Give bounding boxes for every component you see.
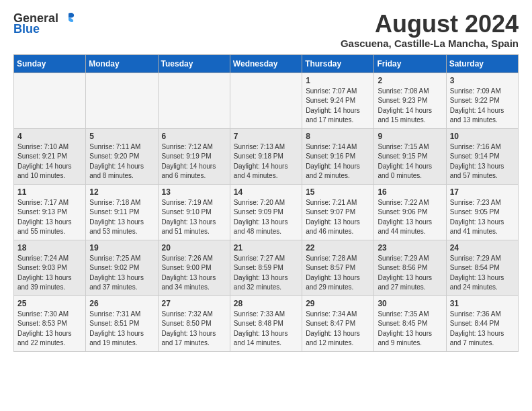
calendar-cell: 23Sunrise: 7:29 AM Sunset: 8:56 PM Dayli… xyxy=(374,240,446,295)
calendar-cell: 31Sunrise: 7:36 AM Sunset: 8:44 PM Dayli… xyxy=(446,295,518,351)
calendar-cell: 16Sunrise: 7:22 AM Sunset: 9:06 PM Dayli… xyxy=(374,184,446,240)
day-number: 31 xyxy=(450,299,515,308)
day-number: 4 xyxy=(17,132,82,141)
day-info: Sunrise: 7:14 AM Sunset: 9:16 PM Dayligh… xyxy=(306,142,370,181)
day-number: 15 xyxy=(306,187,370,197)
day-info: Sunrise: 7:15 AM Sunset: 9:15 PM Dayligh… xyxy=(378,142,442,181)
day-info: Sunrise: 7:34 AM Sunset: 8:47 PM Dayligh… xyxy=(306,310,370,349)
header: General Blue August 2024 Gascuena, Casti… xyxy=(13,11,519,49)
day-info: Sunrise: 7:28 AM Sunset: 8:57 PM Dayligh… xyxy=(306,254,370,293)
day-info: Sunrise: 7:27 AM Sunset: 8:59 PM Dayligh… xyxy=(234,254,298,293)
day-info: Sunrise: 7:36 AM Sunset: 8:44 PM Dayligh… xyxy=(450,310,515,349)
day-info: Sunrise: 7:12 AM Sunset: 9:19 PM Dayligh… xyxy=(162,142,226,181)
day-info: Sunrise: 7:08 AM Sunset: 9:23 PM Dayligh… xyxy=(378,87,442,126)
day-info: Sunrise: 7:22 AM Sunset: 9:06 PM Dayligh… xyxy=(378,198,442,237)
calendar-cell: 22Sunrise: 7:28 AM Sunset: 8:57 PM Dayli… xyxy=(302,240,374,295)
calendar-cell: 17Sunrise: 7:23 AM Sunset: 9:05 PM Dayli… xyxy=(446,184,518,240)
day-info: Sunrise: 7:29 AM Sunset: 8:56 PM Dayligh… xyxy=(378,254,442,293)
day-number: 9 xyxy=(378,132,442,141)
calendar-week-row: 18Sunrise: 7:24 AM Sunset: 9:03 PM Dayli… xyxy=(14,240,519,295)
calendar-cell: 3Sunrise: 7:09 AM Sunset: 9:22 PM Daylig… xyxy=(446,73,518,128)
day-info: Sunrise: 7:23 AM Sunset: 9:05 PM Dayligh… xyxy=(450,198,515,237)
calendar-cell: 5Sunrise: 7:11 AM Sunset: 9:20 PM Daylig… xyxy=(86,128,158,184)
calendar-table: SundayMondayTuesdayWednesdayThursdayFrid… xyxy=(13,54,519,352)
day-info: Sunrise: 7:17 AM Sunset: 9:13 PM Dayligh… xyxy=(17,198,82,237)
weekday-header-monday: Monday xyxy=(86,54,158,73)
calendar-week-row: 1Sunrise: 7:07 AM Sunset: 9:24 PM Daylig… xyxy=(14,73,519,128)
day-info: Sunrise: 7:10 AM Sunset: 9:21 PM Dayligh… xyxy=(17,142,82,181)
weekday-header-friday: Friday xyxy=(374,54,446,73)
calendar-cell xyxy=(14,73,86,128)
day-number: 28 xyxy=(234,299,298,308)
day-info: Sunrise: 7:07 AM Sunset: 9:24 PM Dayligh… xyxy=(306,87,370,126)
day-info: Sunrise: 7:13 AM Sunset: 9:18 PM Dayligh… xyxy=(234,142,298,181)
day-info: Sunrise: 7:29 AM Sunset: 8:54 PM Dayligh… xyxy=(450,254,515,293)
calendar-cell: 9Sunrise: 7:15 AM Sunset: 9:15 PM Daylig… xyxy=(374,128,446,184)
weekday-header-row: SundayMondayTuesdayWednesdayThursdayFrid… xyxy=(14,54,519,73)
calendar-cell: 8Sunrise: 7:14 AM Sunset: 9:16 PM Daylig… xyxy=(302,128,374,184)
calendar-cell xyxy=(86,73,158,128)
day-number: 1 xyxy=(306,76,370,85)
calendar-cell xyxy=(158,73,230,128)
calendar-cell: 4Sunrise: 7:10 AM Sunset: 9:21 PM Daylig… xyxy=(14,128,86,184)
day-number: 11 xyxy=(17,187,82,197)
day-number: 20 xyxy=(162,243,226,253)
calendar-cell: 11Sunrise: 7:17 AM Sunset: 9:13 PM Dayli… xyxy=(14,184,86,240)
title-area: August 2024 Gascuena, Castille-La Mancha… xyxy=(341,11,519,49)
calendar-cell: 25Sunrise: 7:30 AM Sunset: 8:53 PM Dayli… xyxy=(14,295,86,351)
day-info: Sunrise: 7:18 AM Sunset: 9:11 PM Dayligh… xyxy=(89,198,154,237)
day-number: 3 xyxy=(450,76,515,85)
calendar-cell: 12Sunrise: 7:18 AM Sunset: 9:11 PM Dayli… xyxy=(86,184,158,240)
calendar-cell: 1Sunrise: 7:07 AM Sunset: 9:24 PM Daylig… xyxy=(302,73,374,128)
day-number: 25 xyxy=(17,299,82,308)
calendar-cell: 15Sunrise: 7:21 AM Sunset: 9:07 PM Dayli… xyxy=(302,184,374,240)
calendar-cell: 26Sunrise: 7:31 AM Sunset: 8:51 PM Dayli… xyxy=(86,295,158,351)
calendar-cell: 20Sunrise: 7:26 AM Sunset: 9:00 PM Dayli… xyxy=(158,240,230,295)
subtitle: Gascuena, Castille-La Mancha, Spain xyxy=(341,38,519,49)
day-number: 13 xyxy=(162,187,226,197)
day-info: Sunrise: 7:21 AM Sunset: 9:07 PM Dayligh… xyxy=(306,198,370,237)
calendar-cell: 18Sunrise: 7:24 AM Sunset: 9:03 PM Dayli… xyxy=(14,240,86,295)
weekday-header-tuesday: Tuesday xyxy=(158,54,230,73)
calendar-cell: 2Sunrise: 7:08 AM Sunset: 9:23 PM Daylig… xyxy=(374,73,446,128)
calendar-week-row: 11Sunrise: 7:17 AM Sunset: 9:13 PM Dayli… xyxy=(14,184,519,240)
day-number: 19 xyxy=(89,243,154,253)
day-number: 26 xyxy=(89,299,154,308)
day-info: Sunrise: 7:35 AM Sunset: 8:45 PM Dayligh… xyxy=(378,310,442,349)
day-number: 30 xyxy=(378,299,442,308)
day-info: Sunrise: 7:30 AM Sunset: 8:53 PM Dayligh… xyxy=(17,310,82,349)
day-number: 5 xyxy=(89,132,154,141)
calendar-cell: 21Sunrise: 7:27 AM Sunset: 8:59 PM Dayli… xyxy=(230,240,302,295)
day-info: Sunrise: 7:31 AM Sunset: 8:51 PM Dayligh… xyxy=(89,310,154,349)
calendar-cell: 28Sunrise: 7:33 AM Sunset: 8:48 PM Dayli… xyxy=(230,295,302,351)
day-number: 18 xyxy=(17,243,82,253)
weekday-header-thursday: Thursday xyxy=(302,54,374,73)
calendar-cell: 19Sunrise: 7:25 AM Sunset: 9:02 PM Dayli… xyxy=(86,240,158,295)
calendar-cell: 14Sunrise: 7:20 AM Sunset: 9:09 PM Dayli… xyxy=(230,184,302,240)
day-number: 2 xyxy=(378,76,442,85)
logo-bird-icon xyxy=(61,11,76,26)
day-number: 14 xyxy=(234,187,298,197)
day-number: 16 xyxy=(378,187,442,197)
day-number: 27 xyxy=(162,299,226,308)
day-info: Sunrise: 7:16 AM Sunset: 9:14 PM Dayligh… xyxy=(450,142,515,181)
calendar-cell: 29Sunrise: 7:34 AM Sunset: 8:47 PM Dayli… xyxy=(302,295,374,351)
day-number: 10 xyxy=(450,132,515,141)
calendar-cell: 13Sunrise: 7:19 AM Sunset: 9:10 PM Dayli… xyxy=(158,184,230,240)
day-number: 8 xyxy=(306,132,370,141)
day-info: Sunrise: 7:20 AM Sunset: 9:09 PM Dayligh… xyxy=(234,198,298,237)
day-info: Sunrise: 7:33 AM Sunset: 8:48 PM Dayligh… xyxy=(234,310,298,349)
weekday-header-wednesday: Wednesday xyxy=(230,54,302,73)
day-number: 22 xyxy=(306,243,370,253)
main-title: August 2024 xyxy=(341,11,519,38)
day-number: 24 xyxy=(450,243,515,253)
day-number: 6 xyxy=(162,132,226,141)
calendar-cell: 6Sunrise: 7:12 AM Sunset: 9:19 PM Daylig… xyxy=(158,128,230,184)
day-number: 21 xyxy=(234,243,298,253)
calendar-cell: 30Sunrise: 7:35 AM Sunset: 8:45 PM Dayli… xyxy=(374,295,446,351)
calendar-cell xyxy=(230,73,302,128)
day-number: 29 xyxy=(306,299,370,308)
calendar-cell: 7Sunrise: 7:13 AM Sunset: 9:18 PM Daylig… xyxy=(230,128,302,184)
calendar-week-row: 25Sunrise: 7:30 AM Sunset: 8:53 PM Dayli… xyxy=(14,295,519,351)
day-info: Sunrise: 7:25 AM Sunset: 9:02 PM Dayligh… xyxy=(89,254,154,293)
